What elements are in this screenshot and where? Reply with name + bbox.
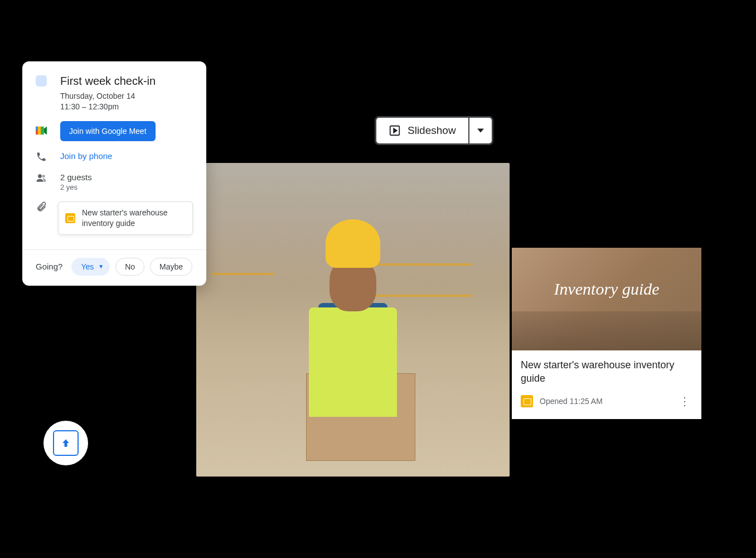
rsvp-maybe-button[interactable]: Maybe — [150, 258, 192, 276]
dropdown-caret-icon — [477, 127, 484, 134]
slideshow-button[interactable]: Slideshow — [376, 118, 468, 143]
people-icon — [36, 172, 47, 184]
rsvp-yes-button[interactable]: Yes ▼ — [71, 258, 110, 276]
slideshow-dropdown-button[interactable] — [468, 118, 492, 143]
google-slides-icon — [521, 395, 533, 407]
join-meet-button[interactable]: Join with Google Meet — [60, 121, 156, 141]
event-time: 11:30 – 12:30pm — [60, 102, 193, 111]
upload-arrow-icon — [60, 437, 71, 449]
upload-button[interactable] — [53, 430, 79, 456]
google-slides-icon — [65, 213, 75, 223]
more-options-button[interactable]: ⋮ — [677, 392, 692, 410]
google-meet-icon — [36, 126, 48, 136]
slideshow-label: Slideshow — [408, 124, 456, 137]
slideshow-split-button: Slideshow — [375, 116, 493, 145]
warehouse-photo — [196, 163, 510, 477]
event-title: First week check-in — [60, 74, 193, 88]
slides-file-card[interactable]: Inventory guide New starter's warehouse … — [512, 248, 701, 419]
calendar-event-card: First week check-in Thursday, October 14… — [22, 61, 206, 286]
svg-rect-3 — [36, 127, 38, 131]
rsvp-footer: Going? Yes ▼ No Maybe — [22, 249, 206, 286]
upload-fab — [43, 421, 88, 465]
chevron-down-icon: ▼ — [98, 263, 104, 270]
event-date: Thursday, October 14 — [60, 92, 193, 100]
play-box-icon — [389, 124, 401, 137]
svg-point-4 — [38, 174, 42, 178]
svg-point-5 — [42, 175, 45, 177]
file-thumbnail: Inventory guide — [512, 248, 701, 350]
attachment-name: New starter's warehouse inventory guide — [82, 208, 186, 229]
paperclip-icon — [36, 201, 47, 213]
rsvp-yes-label: Yes — [81, 262, 94, 271]
event-color-swatch — [36, 75, 47, 86]
guests-status: 2 yes — [60, 183, 193, 191]
svg-rect-2 — [41, 127, 43, 134]
thumbnail-title: Inventory guide — [554, 280, 659, 299]
file-opened-time: Opened 11:25 AM — [540, 397, 670, 406]
attachment-chip[interactable]: New starter's warehouse inventory guide — [58, 201, 193, 235]
rsvp-no-button[interactable]: No — [115, 258, 144, 276]
going-label: Going? — [36, 262, 62, 271]
guests-count: 2 guests — [60, 172, 193, 182]
file-title: New starter's warehouse inventory guide — [521, 358, 692, 386]
join-by-phone-link[interactable]: Join by phone — [60, 151, 112, 161]
phone-icon — [36, 151, 47, 162]
